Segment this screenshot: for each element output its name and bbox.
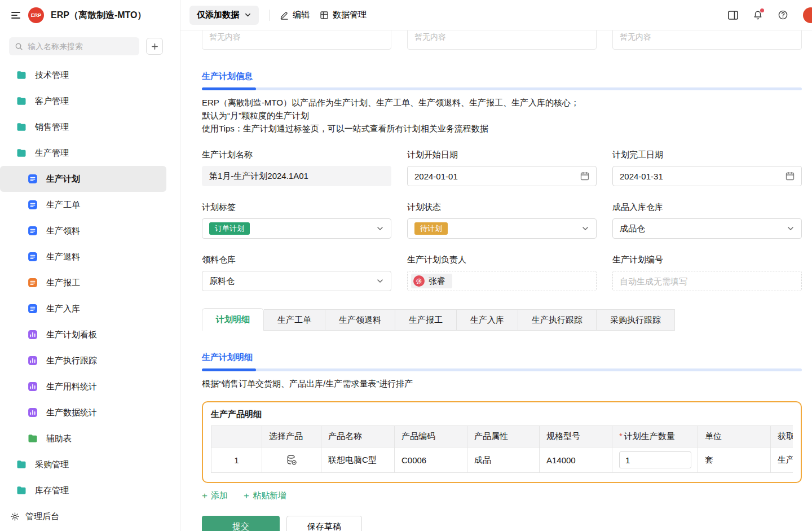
help-icon[interactable]: [778, 10, 788, 20]
finished-warehouse-select[interactable]: 成品仓: [612, 218, 802, 239]
admin-console-link[interactable]: 管理后台: [0, 502, 180, 531]
tab-pick-return[interactable]: 生产领退料: [325, 309, 395, 331]
tab-inbound[interactable]: 生产入库: [457, 309, 518, 331]
sidebar-item-purchase-mgmt[interactable]: 采购管理: [0, 451, 180, 477]
field-plan-name: 生产计划名称 第1月-生产计划2024.1A01: [202, 150, 391, 186]
plan-name-input[interactable]: 第1月-生产计划2024.1A01: [202, 166, 391, 186]
plan-tag-select[interactable]: 订单计划: [202, 218, 391, 239]
column-header-index: [211, 426, 262, 447]
sidebar-item-customer-mgmt[interactable]: 客户管理: [0, 88, 180, 114]
sidebar-item-production-workorder[interactable]: 生产工单: [0, 192, 180, 218]
description-line: 使用Tips：生产计划通过标签页，可以一站式查看所有计划相关业务流程数据: [202, 122, 802, 135]
sidebar-item-label: 生产工单: [46, 200, 80, 210]
empty-content-box[interactable]: 暂无内容: [407, 30, 597, 50]
folder-icon: [16, 69, 27, 81]
data-manage-button[interactable]: 数据管理: [320, 10, 367, 20]
tab-work-report[interactable]: 生产报工: [395, 309, 457, 331]
add-row-link[interactable]: 添加: [202, 490, 228, 501]
search-input[interactable]: [28, 42, 134, 51]
plan-qty-input[interactable]: [619, 451, 691, 468]
sidebar-item-sales-mgmt[interactable]: 销售管理: [0, 114, 180, 140]
sidebar-item-production-material-stats[interactable]: 生产用料统计: [0, 374, 180, 400]
plan-number-input[interactable]: [620, 277, 795, 286]
app-root: ERP ERP（离散制造-MTO） 技术管理: [0, 0, 812, 531]
sidebar-item-production-report[interactable]: 生产报工: [0, 270, 180, 296]
product-attr-cell: 成品: [467, 447, 540, 473]
sidebar-item-label: 生产用料统计: [46, 381, 97, 392]
material-warehouse-select[interactable]: 原料仓: [202, 271, 391, 291]
chevron-down-icon: [581, 225, 589, 232]
sidebar-item-production-mgmt[interactable]: 生产管理: [0, 140, 180, 166]
menu-icon[interactable]: [10, 10, 21, 21]
folder-icon: [16, 95, 27, 107]
sidebar-item-label: 销售管理: [35, 122, 69, 133]
field-plan-number: 生产计划编号: [612, 254, 802, 291]
panel-toggle-icon[interactable]: [728, 11, 738, 20]
field-label: 生产计划编号: [612, 254, 802, 265]
plus-icon: [151, 43, 158, 50]
sidebar-item-production-return[interactable]: 生产退料: [0, 244, 180, 270]
tab-work-order[interactable]: 生产工单: [264, 309, 325, 331]
required-asterisk: *: [619, 431, 623, 441]
section-title-plan-info: 生产计划信息: [202, 71, 802, 82]
search-box[interactable]: [9, 37, 139, 55]
sidebar-item-label: 生产入库: [46, 304, 80, 314]
search-icon: [15, 42, 23, 51]
plan-status-select[interactable]: 待计划: [407, 218, 597, 239]
mode-button-label: 仅添加数据: [197, 10, 239, 20]
column-header-product-name: 产品名称: [321, 426, 395, 447]
sidebar-item-label: 库存管理: [35, 485, 69, 496]
sidebar-item-inventory-mgmt[interactable]: 库存管理: [0, 477, 180, 502]
empty-content-box[interactable]: 暂无内容: [612, 30, 802, 50]
sidebar-item-label: 生产报工: [46, 278, 80, 288]
pencil-icon: [280, 11, 289, 20]
sidebar-item-production-plan[interactable]: 生产计划: [0, 166, 166, 192]
sidebar-item-label: 生产数据统计: [46, 407, 97, 418]
edit-button[interactable]: 编辑: [280, 10, 310, 20]
sidebar-item-auxiliary-tables[interactable]: 辅助表: [0, 425, 180, 451]
add-data-mode-button[interactable]: 仅添加数据: [189, 6, 259, 25]
column-header-plan-qty: *计划生产数量: [612, 426, 698, 447]
field-label: 计划开始日期: [407, 150, 597, 160]
start-date-input[interactable]: 2024-01-01: [407, 166, 597, 186]
table-header-row: 选择产品 产品名称 产品编码 产品属性 规格型号 *计划生产数量 单位 获取方式: [211, 426, 793, 447]
sidebar-item-label: 辅助表: [46, 433, 72, 444]
sidebar-item-production-data-stats[interactable]: 生产数据统计: [0, 400, 180, 425]
toolbar-left: 仅添加数据 编辑 数据管理: [189, 6, 367, 25]
plan-name-value: 第1月-生产计划2024.1A01: [209, 171, 308, 182]
chart-icon: [27, 329, 38, 340]
sidebar-item-tech-mgmt[interactable]: 技术管理: [0, 62, 180, 88]
submit-button[interactable]: 提交: [202, 516, 280, 531]
method-cell: 生产: [771, 447, 793, 473]
select-product-cell: [262, 447, 321, 473]
section-divider-bar: [202, 87, 802, 90]
main-area: 仅添加数据 编辑 数据管理: [180, 0, 812, 531]
unit-cell: 套: [698, 447, 771, 473]
sidebar-item-production-inbound[interactable]: 生产入库: [0, 296, 180, 322]
sidebar-item-production-picking[interactable]: 生产领料: [0, 218, 180, 244]
select-product-icon[interactable]: [286, 454, 297, 466]
tab-purchase-tracking[interactable]: 采购执行跟踪: [597, 309, 675, 331]
tab-plan-detail[interactable]: 计划明细: [202, 308, 264, 331]
end-date-input[interactable]: 2024-01-31: [612, 166, 802, 186]
sidebar-item-label: 生产执行跟踪: [46, 356, 97, 366]
tab-exec-tracking[interactable]: 生产执行跟踪: [518, 309, 597, 331]
paste-add-label: 粘贴新增: [253, 490, 286, 501]
save-draft-button[interactable]: 保存草稿: [286, 516, 362, 531]
product-detail-panel: 生产产品明细 选择产品 产品名称 产品编码 产品属性: [202, 401, 802, 483]
document-icon: [27, 199, 38, 210]
sidebar-item-production-exec-tracking[interactable]: 生产执行跟踪: [0, 348, 180, 374]
plan-number-field[interactable]: [612, 271, 802, 291]
product-detail-title: 生产产品明细: [211, 409, 793, 420]
paste-add-link[interactable]: 粘贴新增: [244, 490, 286, 501]
app-logo-text: ERP: [31, 12, 42, 18]
chevron-down-icon: [376, 225, 384, 232]
empty-content-box[interactable]: 暂无内容: [202, 30, 391, 50]
plan-owner-picker[interactable]: 张 张睿: [407, 271, 597, 291]
create-button[interactable]: [146, 38, 163, 55]
user-avatar[interactable]: [803, 7, 812, 23]
sidebar-item-production-plan-board[interactable]: 生产计划看板: [0, 322, 180, 348]
sidebar-item-label: 生产计划看板: [46, 330, 97, 340]
bell-icon[interactable]: [753, 10, 763, 20]
detail-tabs: 计划明细 生产工单 生产领退料 生产报工 生产入库 生产执行跟踪 采购执行跟踪: [202, 308, 802, 331]
